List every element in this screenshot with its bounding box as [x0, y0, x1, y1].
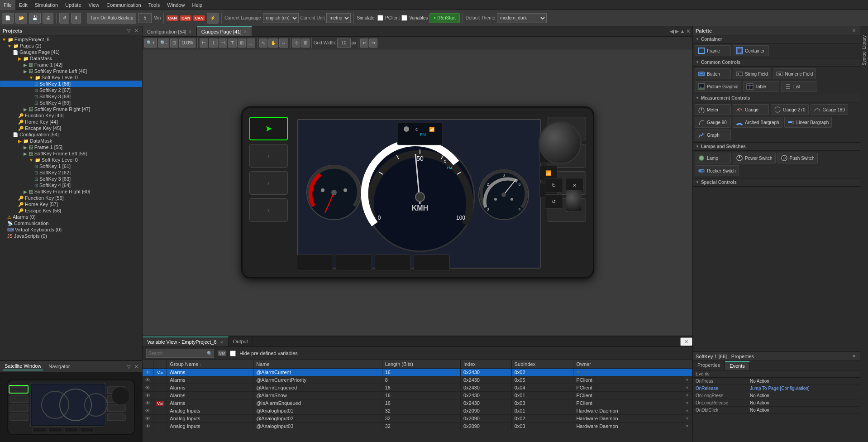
resize-btn[interactable]: ↔ — [279, 38, 288, 48]
satellite-tab[interactable]: Satellite Window — [3, 362, 43, 370]
variables-checkbox[interactable] — [401, 15, 407, 21]
palette-list[interactable]: List — [781, 81, 817, 92]
tree-item-27[interactable]: 🔑Escape Key [58] — [0, 207, 142, 214]
owner-dropdown-icon[interactable]: ▼ — [685, 424, 689, 428]
align-top-btn[interactable]: ⊤ — [228, 38, 237, 48]
zoom-out-btn[interactable]: 🔍- — [158, 38, 169, 48]
tree-item-23[interactable]: ⊡SoftKey 4 [64] — [0, 182, 142, 188]
tree-item-11[interactable]: ▶ 🖼SoftKey Frame Right [47] — [0, 106, 142, 112]
align-center-btn[interactable]: ⊥ — [209, 38, 218, 48]
satellite-close-btn[interactable]: ✕ — [133, 364, 139, 370]
save-button[interactable]: 💾 — [29, 13, 41, 24]
col-group[interactable]: Group Name ↑ — [167, 360, 253, 369]
tree-item-15[interactable]: 📄Configuration [54] — [0, 131, 142, 138]
tree-item-30[interactable]: ⌨Virtual Keyboards (0) — [0, 226, 142, 233]
symbol-library-label[interactable]: Symbol Library — [862, 35, 867, 66]
tree-item-2[interactable]: 📄Gauges Page [41] — [0, 49, 142, 55]
projects-close-btn[interactable]: ✕ — [133, 28, 139, 34]
owner-dropdown-icon[interactable]: ▼ — [685, 408, 689, 413]
align-mid-btn[interactable]: ⊞ — [238, 38, 246, 48]
satellite-minus-btn[interactable]: ▽ — [126, 364, 132, 370]
onrelease-value[interactable]: Jump To Page [Configuration] — [750, 386, 857, 391]
big-knob[interactable] — [539, 121, 582, 164]
variable-view-tab-close[interactable]: ✕ — [220, 340, 224, 345]
align-bottom-btn[interactable]: ⊥ — [247, 38, 255, 48]
undo-btn[interactable]: ↩ — [360, 38, 368, 48]
knob-small[interactable] — [566, 194, 584, 209]
func-key-1[interactable] — [297, 255, 333, 270]
tab-gauges-close[interactable]: ✕ — [243, 29, 247, 34]
snap-btn[interactable]: ⊹ — [292, 38, 300, 48]
table-row[interactable]: 👁 Alarms @AlarmEnqueued 16 0x2430 0x04 P… — [143, 384, 692, 392]
var-search-input[interactable] — [146, 349, 214, 358]
menu-file[interactable]: File — [0, 0, 15, 10]
menu-tools[interactable]: Tools — [145, 0, 164, 10]
tree-item-8[interactable]: ⊡SoftKey 2 [67] — [0, 87, 142, 93]
refresh-button[interactable]: ↺ — [59, 13, 69, 24]
menu-simulation[interactable]: Simulation — [31, 0, 62, 10]
tree-item-21[interactable]: ⊡SoftKey 2 [62] — [0, 169, 142, 176]
undo-spec-btn[interactable]: ↺ — [545, 194, 563, 209]
palette-gauge-180[interactable]: Gauge 180 — [811, 104, 849, 115]
col-name[interactable]: Name — [253, 360, 382, 369]
tree-item-25[interactable]: 🔑Function Key [56] — [0, 195, 142, 201]
print-button[interactable]: 🖨 — [43, 13, 53, 24]
palette-table[interactable]: Table — [743, 81, 779, 92]
menu-communication[interactable]: Communication — [103, 0, 144, 10]
palette-picture-graphic[interactable]: Picture Graphic — [695, 81, 741, 92]
tree-item-18[interactable]: ▶ 🖼SoftKey Frame Left [59] — [0, 150, 142, 157]
tree-item-28[interactable]: ⚠Alarms (0) — [0, 214, 142, 220]
softkey-left-4[interactable]: › — [249, 198, 288, 222]
palette-close-btn[interactable]: ✕ — [851, 28, 857, 34]
tab-gauges-page[interactable]: Gauges Page [41] ✕ — [197, 26, 252, 36]
zoom-in-btn[interactable]: 🔍+ — [144, 38, 157, 48]
menu-help[interactable]: Help — [188, 0, 206, 10]
tree-item-9[interactable]: ⊡SoftKey 3 [68] — [0, 93, 142, 100]
tree-item-29[interactable]: 📡Communication — [0, 220, 142, 226]
bottom-panel-close[interactable]: ✕ — [680, 337, 692, 346]
projects-minus-btn[interactable]: ▽ — [126, 28, 132, 34]
palette-rocker-switch[interactable]: Rocker Switch — [695, 165, 739, 176]
prop-tab-events[interactable]: Events — [725, 361, 750, 370]
palette-lamp[interactable]: Lamp — [695, 153, 731, 163]
menu-edit[interactable]: Edit — [15, 0, 31, 10]
palette-numeric-field[interactable]: 3# Numeric Field — [773, 68, 816, 79]
tree-item-19[interactable]: ▼ 📁Soft Key Level 0 — [0, 157, 142, 163]
output-tab[interactable]: Output — [229, 337, 253, 346]
tab-next-btn[interactable]: ▶ — [675, 28, 679, 34]
navigator-tab[interactable]: Navigator — [47, 363, 72, 370]
palette-container[interactable]: Container — [733, 45, 769, 56]
table-row[interactable]: 👁 Analog Inputs @AnalogInput03 32 0x2090… — [143, 423, 692, 430]
tree-item-1[interactable]: ▼ 📁Pages (2) — [0, 43, 142, 49]
palette-meter[interactable]: Meter — [695, 104, 731, 115]
open-button[interactable]: 📂 — [15, 13, 27, 24]
tree-item-12[interactable]: 🔑Function Key [43] — [0, 112, 142, 119]
palette-power-switch[interactable]: Power Switch — [733, 153, 776, 163]
zoom-100-btn[interactable]: 100% — [179, 38, 196, 48]
palette-arched-bargraph[interactable]: Arched Bargraph — [733, 117, 782, 128]
prop-close-btn[interactable]: ✕ — [851, 353, 857, 359]
align-left-btn[interactable]: ⊢ — [200, 38, 208, 48]
palette-push-switch[interactable]: Push Switch — [777, 153, 818, 163]
tree-item-22[interactable]: ⊡SoftKey 3 [63] — [0, 176, 142, 182]
owner-dropdown-icon[interactable]: ▼ — [685, 401, 689, 405]
move-btn[interactable]: ✋ — [268, 38, 278, 48]
table-row[interactable]: 👁 Alarms @AlarmShow 16 0x2430 0x01 PClie… — [143, 392, 692, 399]
tab-configuration-close[interactable]: ✕ — [188, 29, 192, 34]
symbol-library[interactable]: Symbol Library — [860, 26, 868, 442]
grid-width-input[interactable] — [337, 38, 351, 48]
table-row[interactable]: 👁 Alarms @AlarmCurrentPriority 8 0x2430 … — [143, 376, 692, 384]
unit-select[interactable]: metric — [326, 13, 351, 23]
palette-linear-bargraph[interactable]: Linear Bargraph — [784, 117, 832, 128]
palette-button[interactable]: Button — [695, 68, 731, 79]
tree-item-0[interactable]: ▼ 📁EmptyProject_6 — [0, 36, 142, 43]
palette-graph[interactable]: Graph — [695, 130, 731, 140]
owner-dropdown-icon[interactable]: ▼ — [685, 385, 689, 390]
owner-dropdown-icon[interactable]: ▼ — [685, 416, 689, 421]
hide-predefined-checkbox[interactable] — [230, 351, 236, 356]
menu-update[interactable]: Update — [62, 0, 85, 10]
col-length[interactable]: Length (Bits) — [382, 360, 460, 369]
tab-maximize-btn[interactable]: ▲ — [680, 28, 685, 34]
menu-view[interactable]: View — [85, 0, 103, 10]
restart-button[interactable]: (Re)Start — [429, 13, 459, 23]
